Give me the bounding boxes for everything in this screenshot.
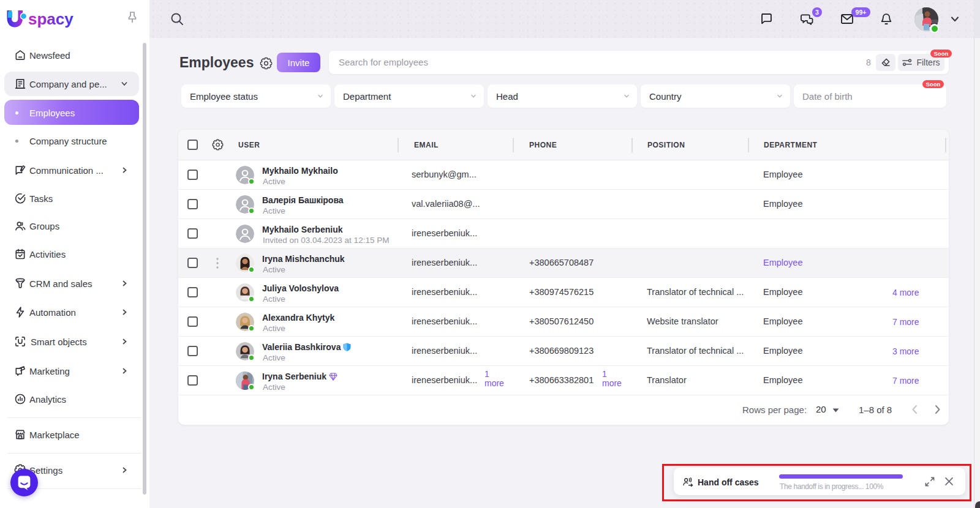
svg-text:spacy: spacy <box>28 10 74 28</box>
